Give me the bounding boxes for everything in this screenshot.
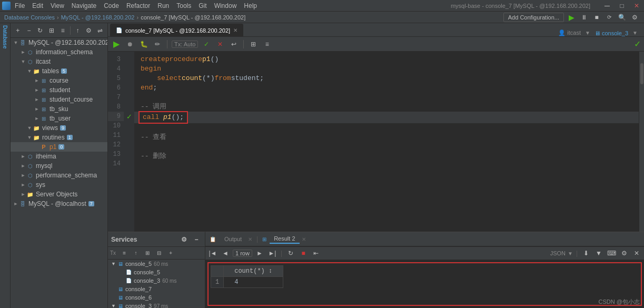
tree-item-routines[interactable]: ▼ 📁 routines 1 (11, 133, 107, 142)
tree-item-perf-schema[interactable]: ► ⬡ performance_schema (11, 171, 107, 180)
tree-item-views[interactable]: ▼ 📁 views 9 (11, 123, 107, 133)
commit-btn[interactable]: ✓ (201, 39, 212, 49)
services-close[interactable]: − (191, 234, 202, 245)
output-close[interactable]: ✕ (248, 236, 252, 242)
result-settings-btn[interactable]: ⚙ (619, 248, 629, 259)
rollback-btn[interactable]: ✕ (215, 39, 225, 49)
tab-result2[interactable]: Result 2 (270, 234, 299, 244)
maximize-button[interactable]: □ (617, 1, 627, 11)
result-last-btn[interactable]: ►| (267, 248, 278, 259)
breadcrumb-mysql[interactable]: MySQL - @192.168.200.202 (61, 14, 135, 21)
tree-arrow[interactable]: ► (20, 163, 26, 168)
menu-window[interactable]: Window (211, 1, 240, 11)
tree-arrow[interactable]: ► (34, 106, 40, 112)
tree-item-course[interactable]: ► ⊞ course (11, 76, 107, 85)
tree-item-infschema[interactable]: ► ⬡ information_schema (11, 47, 107, 57)
tab-output[interactable]: Output (220, 235, 246, 243)
menu-view[interactable]: View (47, 1, 67, 11)
run-toolbar-btn4[interactable]: ⟳ (604, 12, 615, 23)
table-view-btn[interactable]: ⊞ (248, 39, 259, 49)
tree-item-tb-sku[interactable]: ► ⊞ tb_sku (11, 104, 107, 114)
svc-item-console5[interactable]: 📄 console_5 (108, 268, 205, 276)
tree-item-sys[interactable]: ► ⬡ sys (11, 180, 107, 190)
add-configuration-button[interactable]: Add Configuration... (503, 13, 564, 22)
code-content[interactable]: create procedure p1() begin select count… (134, 52, 639, 232)
console-dropdown-arrow[interactable]: ▼ (632, 30, 638, 36)
tree-item-mysql[interactable]: ► ⬡ mysql (11, 161, 107, 171)
tree-arrow[interactable]: ► (20, 154, 26, 159)
tree-arrow[interactable]: ▼ (26, 68, 33, 74)
sidebar-filter-btn[interactable]: ⊞ (46, 25, 56, 36)
result2-close[interactable]: ✕ (302, 236, 306, 242)
tree-item-mysql-local[interactable]: ► 🗄 MySQL - @localhost 7 (11, 199, 107, 208)
run-toolbar-btn2[interactable]: ⏸ (579, 12, 589, 23)
run-toolbar-btn3[interactable]: ■ (591, 12, 602, 23)
run-script-button[interactable]: ✏ (152, 39, 163, 49)
tree-arrow[interactable]: ► (20, 49, 26, 55)
svc-btn4[interactable]: ⊟ (154, 248, 164, 259)
tree-item-tb-user[interactable]: ► ⊞ tb_user (11, 114, 107, 123)
stop-button[interactable]: ⏺ (125, 39, 135, 49)
menu-tools[interactable]: Tools (173, 1, 194, 11)
tree-item-student-course[interactable]: ► ⊞ student_course (11, 95, 107, 104)
tree-arrow[interactable]: ► (34, 116, 40, 121)
json-dropdown-arrow[interactable]: ▼ (568, 251, 573, 256)
svc-item-console3-sub[interactable]: 📄 console_3 60 ms (108, 276, 205, 285)
tree-item-itheima[interactable]: ► ⬡ itheima (11, 152, 107, 161)
exec-button[interactable]: ▶ (111, 39, 122, 49)
editor-scrollbar[interactable] (639, 52, 644, 232)
sidebar-properties-btn[interactable]: ≡ (58, 25, 68, 36)
sidebar-up-btn[interactable]: ↑ (73, 25, 83, 36)
tree-arrow[interactable]: ▼ (20, 59, 26, 64)
tree-item-itcast[interactable]: ▼ ⬡ itcast (11, 57, 107, 66)
breadcrumb-db-consoles[interactable]: Database Consoles (4, 14, 55, 21)
scrollbar-thumb[interactable] (640, 63, 643, 84)
tab-close[interactable]: ✕ (233, 27, 237, 33)
menu-refactor[interactable]: Refactor (123, 1, 153, 11)
svc-btn3[interactable]: ⊞ (142, 248, 153, 259)
run-toolbar-search[interactable]: 🔍 (617, 12, 627, 23)
history-btn[interactable]: ↩ (229, 39, 239, 49)
run-toolbar-play[interactable]: ▶ (566, 12, 577, 23)
sidebar-equals-btn[interactable]: ⇌ (95, 25, 105, 36)
tree-arrow[interactable]: ► (13, 201, 19, 206)
database-tab[interactable]: Database (1, 23, 9, 51)
svc-item-console7[interactable]: ► 🖥 console_7 (108, 285, 205, 293)
result-prev-btn[interactable]: ◄ (220, 248, 231, 259)
tree-item-server-objects[interactable]: ► 📁 Server Objects (11, 190, 107, 199)
tree-arrow[interactable]: ► (20, 192, 26, 197)
tree-arrow[interactable]: ► (34, 87, 40, 93)
result-filter-btn[interactable]: ▼ (593, 248, 604, 259)
tree-item-mysql-remote[interactable]: ▼ 🗄 MySQL - @192.168.200.202 (11, 38, 107, 47)
tree-arrow[interactable]: ► (20, 173, 26, 178)
run-toolbar-settings[interactable]: ⚙ (629, 12, 640, 23)
svc-btn2[interactable]: ↑ (131, 248, 141, 259)
menu-navigate[interactable]: Navigate (68, 1, 100, 11)
result-refresh-btn[interactable]: ↻ (285, 248, 296, 259)
svc-btn1[interactable]: ≡ (119, 248, 130, 259)
menu-run[interactable]: Run (154, 1, 172, 11)
row-count-selector[interactable]: 1 row (233, 250, 252, 257)
sidebar-settings-btn[interactable]: ⚙ (84, 25, 94, 36)
menu-git[interactable]: Git (195, 1, 210, 11)
result-download-btn[interactable]: ⬇ (581, 248, 591, 259)
menu-file[interactable]: File (12, 1, 28, 11)
result-copy-btn[interactable]: ⌨ (606, 248, 617, 259)
svc-item-console5-group[interactable]: ▼ 🖥 console_5 60 ms (108, 260, 205, 268)
tx-mode-label[interactable]: Tx: Auto (172, 41, 198, 48)
tree-arrow[interactable]: ▼ (26, 135, 33, 140)
tree-arrow[interactable]: ▼ (13, 40, 19, 45)
result-export-btn[interactable]: ⇤ (311, 248, 321, 259)
result-close-btn[interactable]: ✕ (631, 248, 642, 259)
menu-edit[interactable]: Edit (29, 1, 46, 11)
tree-arrow[interactable]: ► (34, 97, 40, 102)
menu-code[interactable]: Code (101, 1, 122, 11)
result-next-btn[interactable]: ► (254, 248, 265, 259)
tab-console7[interactable]: 📄 console_7 [MySQL - @192.168.200.202] ✕ (110, 24, 243, 36)
result-first-btn[interactable]: |◄ (207, 248, 218, 259)
menu-help[interactable]: Help (241, 1, 260, 11)
dropdown-arrow[interactable]: ▼ (585, 30, 590, 36)
minimize-button[interactable]: ─ (602, 1, 612, 11)
result-stop-btn[interactable]: ■ (298, 248, 309, 259)
tree-item-student[interactable]: ► ⊞ student (11, 85, 107, 95)
